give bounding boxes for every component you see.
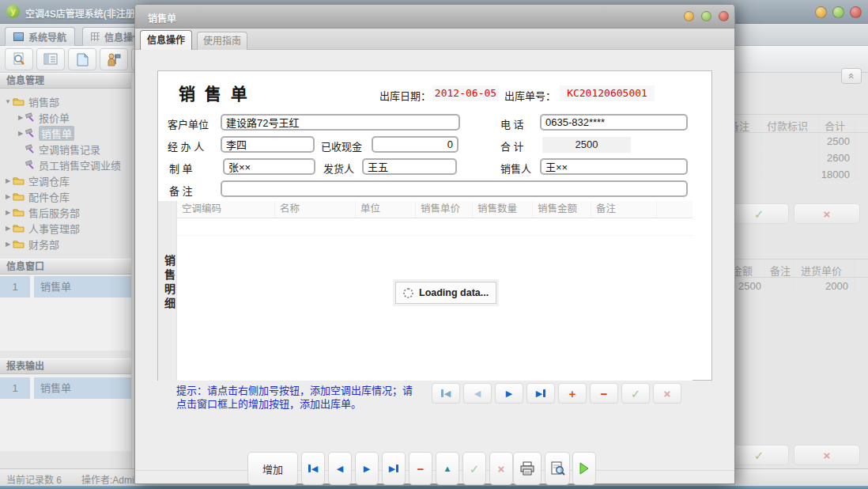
folder-open-icon <box>13 97 25 106</box>
prev-record-button[interactable]: ◀ <box>328 452 352 485</box>
total-cell: 18000 <box>791 169 850 180</box>
sidebar-item-sales-dept[interactable]: ▼ 销售部 <box>0 93 131 109</box>
sidebar-item-ac-sales-records[interactable]: 空调销售记录 <box>0 141 131 157</box>
tree-label: 员工销售空调业绩 <box>39 157 121 172</box>
maker-input[interactable] <box>223 158 315 175</box>
out-date-label: 出库日期： <box>379 88 431 103</box>
grid-last-button[interactable]: ▶ <box>526 383 555 404</box>
confirm-record-button[interactable]: ✓ <box>462 452 486 485</box>
handler-label: 经 办 人 <box>168 138 204 154</box>
dialog-tabbar: 信息操作 使用指南 <box>135 28 734 50</box>
row-label: 销售单 <box>34 276 71 298</box>
report-row-sales-order[interactable]: 1 销售单 <box>0 377 131 399</box>
footer-divider <box>135 470 734 471</box>
edit-record-button[interactable]: ▲ <box>436 452 459 485</box>
tool-icon <box>25 128 35 138</box>
info-window-row-sales-order[interactable]: 1 销售单 <box>0 276 131 298</box>
dialog-tab-info-ops[interactable]: 信息操作 <box>140 30 192 50</box>
grid-confirm-button[interactable]: ✓ <box>621 383 650 404</box>
seller-input[interactable] <box>540 158 688 175</box>
dialog-minimize-button[interactable] <box>684 11 694 21</box>
folder-icon <box>13 176 25 185</box>
tree-label: 空调销售记录 <box>39 142 100 157</box>
document-button[interactable] <box>68 48 96 70</box>
run-button[interactable] <box>572 452 596 485</box>
first-record-button[interactable]: ◀ <box>301 452 325 485</box>
sidebar-item-finance-dept[interactable]: ▶ 财务部 <box>0 236 131 252</box>
shipper-input[interactable] <box>362 158 457 175</box>
row-label: 销售单 <box>34 377 71 399</box>
chevrons-up-icon: « <box>847 73 855 78</box>
search-button[interactable] <box>5 48 33 70</box>
tab-label: 系统导航 <box>28 30 66 44</box>
handler-input[interactable] <box>221 136 315 153</box>
tool-icon <box>25 112 35 122</box>
maker-label: 制 单 <box>169 161 193 176</box>
phone-input[interactable] <box>540 114 688 131</box>
col-remark: 备注 <box>770 263 791 278</box>
row-number: 1 <box>0 276 30 298</box>
confirm-button[interactable]: ✓ <box>729 445 789 465</box>
remark-input[interactable] <box>221 180 688 197</box>
grid-first-button[interactable]: ◀ <box>432 383 460 404</box>
empty-grid-row <box>177 218 693 236</box>
cancel-button[interactable]: × <box>794 203 860 224</box>
chevron-right-icon: ▶ <box>3 241 13 248</box>
maximize-button[interactable] <box>832 6 844 18</box>
form-list-icon <box>43 53 58 66</box>
folder-icon <box>13 191 25 201</box>
grid-delete-button[interactable]: − <box>590 383 618 404</box>
dialog-maximize-button[interactable] <box>701 11 711 21</box>
grid-cancel-button[interactable]: × <box>653 383 681 404</box>
record-count: 当前记录数 6 <box>6 472 62 486</box>
form-view-button[interactable] <box>36 48 65 70</box>
tree-label: 人事管理部 <box>28 221 80 236</box>
app-screen: y 空调4S店管理系统(非注册用户 系统导航 信息操作 信息管理 ▼ 销售部 ▶ <box>0 0 868 489</box>
col-unit-price: 销售单价 <box>416 201 473 218</box>
print-button[interactable] <box>513 452 542 485</box>
col-quantity: 销售数量 <box>473 201 533 218</box>
minimize-button[interactable] <box>815 6 827 18</box>
tree-label: 空调仓库 <box>28 173 70 188</box>
cancel-record-button[interactable]: × <box>489 452 513 485</box>
sidebar-item-ac-warehouse[interactable]: ▶ 空调仓库 <box>0 172 131 188</box>
prev-record-icon: ◀ <box>474 389 481 398</box>
cancel-button[interactable]: × <box>794 445 860 465</box>
sidebar-item-parts-warehouse[interactable]: ▶ 配件仓库 <box>0 188 131 204</box>
next-record-button[interactable]: ▶ <box>355 452 379 485</box>
cash-input[interactable] <box>372 136 459 153</box>
search-icon <box>12 52 26 66</box>
dialog-close-button[interactable] <box>719 11 729 21</box>
customer-input[interactable] <box>221 114 460 131</box>
col-total: 合计 <box>825 118 845 133</box>
grid-prev-button[interactable]: ◀ <box>463 383 492 404</box>
grid-add-button[interactable]: + <box>558 383 587 404</box>
price-cell: 2000 <box>797 280 848 292</box>
chevron-right-icon: ▶ <box>16 114 25 121</box>
check-icon: ✓ <box>470 463 480 475</box>
dialog-titlebar[interactable]: 销售单 <box>135 5 734 28</box>
sidebar-item-staff-performance[interactable]: 员工销售空调业绩 <box>0 157 131 172</box>
confirm-button[interactable]: ✓ <box>729 203 789 224</box>
close-button[interactable] <box>850 6 862 18</box>
add-button-label: 增加 <box>262 461 283 476</box>
last-record-button[interactable]: ▶ <box>382 452 406 485</box>
form-title: 销 售 单 <box>179 81 250 104</box>
print-preview-button[interactable] <box>545 452 570 485</box>
collapse-panel-button[interactable]: « <box>841 68 862 84</box>
sidebar-item-sales-order[interactable]: ▶ 销售单 <box>0 125 131 141</box>
sidebar-item-quotation[interactable]: ▶ 报价单 <box>0 109 131 125</box>
grid-border <box>735 259 868 260</box>
sidebar-item-hr-dept[interactable]: ▶ 人事管理部 <box>0 220 131 236</box>
add-record-button[interactable]: 增加 <box>247 452 298 485</box>
user-button[interactable] <box>100 48 128 70</box>
tab-system-nav[interactable]: 系统导航 <box>5 27 75 46</box>
operator-label: 操作者:Admin <box>81 472 139 486</box>
info-management-header: 信息管理 <box>0 73 131 89</box>
dialog-tab-user-guide[interactable]: 使用指南 <box>197 32 247 50</box>
delete-record-button[interactable]: − <box>409 452 432 485</box>
sidebar-item-after-sales[interactable]: ▶ 售后服务部 <box>0 204 131 220</box>
tree-label: 财务部 <box>28 237 59 252</box>
grid-next-button[interactable]: ▶ <box>495 383 523 404</box>
chevron-right-icon: ▶ <box>16 130 25 137</box>
